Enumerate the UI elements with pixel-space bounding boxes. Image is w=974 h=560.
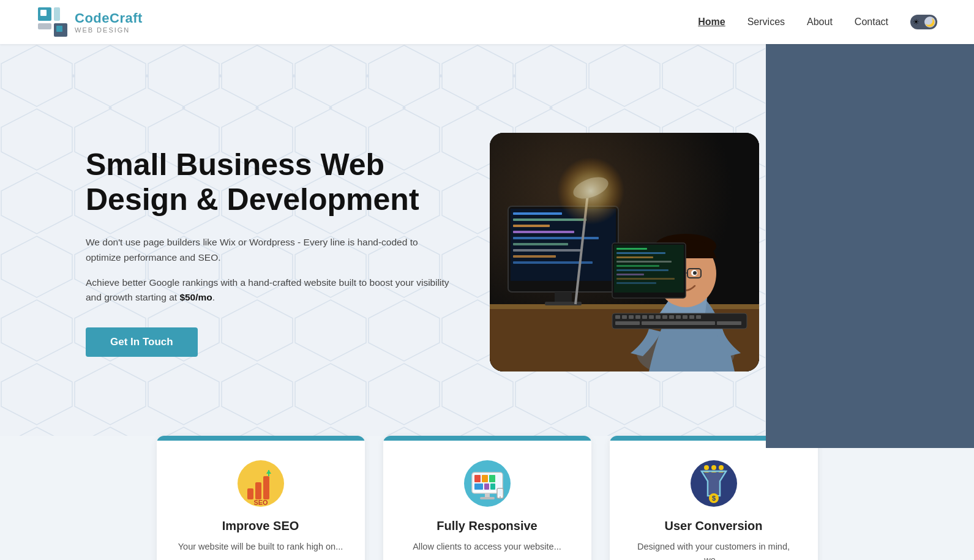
hero-image: [490, 133, 759, 371]
svg-text:SEO: SEO: [253, 499, 268, 506]
seo-icon: SEO: [236, 459, 285, 508]
feature-responsive-title: Fully Responsive: [402, 519, 573, 533]
svg-point-103: [711, 465, 716, 470]
svg-rect-55: [629, 315, 634, 319]
theme-toggle[interactable]: ☀ 🌙: [910, 15, 937, 29]
svg-rect-59: [656, 315, 661, 319]
svg-rect-3: [56, 26, 62, 32]
svg-point-100: [500, 496, 501, 498]
svg-rect-78: [616, 278, 675, 280]
hero-content: Small Business Web Design & Development …: [0, 44, 974, 448]
nav-item-about[interactable]: About: [807, 17, 833, 28]
svg-rect-85: [268, 470, 269, 476]
moon-icon: 🌙: [925, 18, 935, 27]
logo-main-text: CodeCraft: [75, 10, 143, 26]
nav-link-services[interactable]: Services: [747, 17, 785, 27]
svg-rect-99: [498, 490, 502, 496]
svg-rect-37: [555, 292, 572, 303]
nav-links: Home Services About Contact ☀ 🌙: [698, 15, 937, 29]
svg-rect-1: [40, 10, 47, 16]
svg-rect-34: [513, 249, 580, 252]
hero-desc2-prefix: Achieve better Google rankings with a ha…: [86, 277, 449, 303]
nav-item-home[interactable]: Home: [698, 17, 725, 28]
svg-rect-54: [622, 315, 627, 319]
features-section: SEO Improve SEO Your website will be bui…: [0, 436, 974, 560]
svg-rect-94: [484, 483, 489, 490]
feature-conversion-desc: Designed with your customers in mind, we…: [628, 540, 800, 560]
logo-icon: [37, 6, 69, 38]
feature-seo-desc: Your website will be built to rank high …: [175, 540, 347, 554]
svg-rect-35: [513, 255, 556, 258]
feature-seo-title: Improve SEO: [175, 519, 347, 533]
svg-rect-67: [642, 321, 715, 325]
svg-rect-25: [490, 304, 759, 309]
responsive-icon: [463, 459, 512, 508]
svg-text:$: $: [711, 495, 715, 502]
svg-rect-31: [513, 231, 574, 233]
svg-rect-58: [649, 315, 654, 319]
svg-rect-66: [615, 321, 640, 325]
responsive-icon-wrap: [402, 459, 573, 508]
logo: CodeCraft WEB DESIGN: [37, 6, 143, 38]
svg-rect-82: [255, 482, 261, 499]
svg-point-104: [719, 465, 724, 470]
svg-rect-56: [635, 315, 640, 319]
get-in-touch-button[interactable]: Get In Touch: [86, 327, 198, 357]
svg-point-102: [704, 465, 709, 470]
svg-rect-62: [676, 315, 681, 319]
logo-colored: Code: [75, 10, 110, 26]
nav-item-services[interactable]: Services: [747, 17, 785, 28]
svg-rect-79: [616, 282, 656, 284]
svg-rect-81: [247, 488, 253, 499]
svg-rect-73: [616, 256, 653, 258]
hero-price: $50/mo: [179, 292, 212, 302]
svg-rect-74: [616, 261, 672, 263]
svg-point-51: [693, 271, 697, 275]
hero-desc2-suffix: .: [212, 292, 215, 302]
hero-image-wrapper: [490, 133, 759, 371]
feature-card-responsive: Fully Responsive Allow clients to access…: [383, 436, 591, 560]
feature-responsive-desc: Allow clients to access your website...: [402, 540, 573, 554]
svg-rect-61: [669, 315, 674, 319]
feature-conversion-title: User Conversion: [628, 519, 800, 533]
svg-rect-64: [689, 315, 694, 319]
seo-icon-wrap: SEO: [175, 459, 347, 508]
svg-rect-72: [616, 252, 665, 254]
theme-toggle-item[interactable]: ☀ 🌙: [910, 15, 937, 29]
svg-rect-33: [513, 243, 568, 245]
nav-link-contact[interactable]: Contact: [855, 17, 888, 27]
features-grid: SEO Improve SEO Your website will be bui…: [49, 436, 925, 560]
svg-rect-92: [489, 475, 495, 482]
svg-rect-75: [616, 265, 659, 267]
svg-rect-83: [263, 476, 269, 499]
feature-card-conversion: $ User Conversion Designed with your cus…: [610, 436, 818, 560]
svg-rect-93: [474, 483, 483, 490]
nav-link-about[interactable]: About: [807, 17, 833, 27]
svg-rect-53: [615, 315, 620, 319]
svg-rect-63: [683, 315, 687, 319]
logo-sub-text: WEB DESIGN: [75, 26, 143, 34]
svg-rect-77: [616, 274, 644, 275]
svg-rect-4: [38, 23, 51, 29]
svg-rect-95: [490, 483, 495, 490]
hero-title: Small Business Web Design & Development: [86, 147, 453, 218]
svg-rect-32: [513, 237, 599, 239]
nav-link-home[interactable]: Home: [698, 17, 725, 27]
sun-icon: ☀: [913, 18, 920, 26]
svg-rect-57: [642, 315, 647, 319]
svg-rect-5: [54, 7, 60, 21]
logo-text: CodeCraft WEB DESIGN: [75, 10, 143, 34]
svg-rect-70: [614, 245, 684, 293]
hero-description-2: Achieve better Google rankings with a ha…: [86, 275, 453, 306]
svg-rect-97: [480, 497, 495, 499]
svg-rect-76: [616, 269, 669, 271]
conversion-icon-wrap: $: [628, 459, 800, 508]
conversion-icon: $: [689, 459, 738, 508]
svg-rect-91: [482, 475, 488, 482]
hero-scene-svg: [490, 133, 759, 371]
svg-rect-60: [662, 315, 667, 319]
hero-text: Small Business Web Design & Development …: [86, 147, 453, 357]
nav-item-contact[interactable]: Contact: [855, 17, 888, 28]
svg-rect-71: [616, 248, 647, 250]
svg-rect-65: [696, 315, 701, 319]
